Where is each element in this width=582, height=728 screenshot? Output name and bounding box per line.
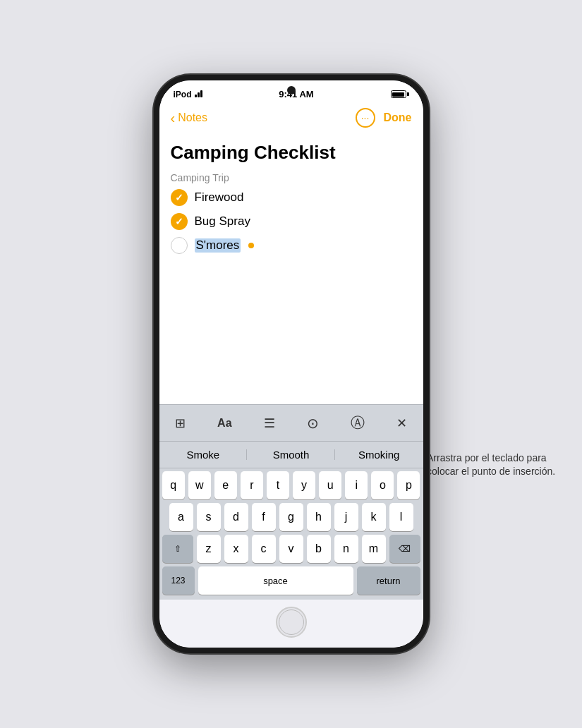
key-n[interactable]: n (334, 535, 358, 563)
close-icon: ✕ (396, 415, 407, 431)
ellipsis-icon: ··· (361, 112, 370, 123)
camera-icon: ⊙ (307, 415, 319, 432)
key-space[interactable]: space (198, 566, 353, 595)
item-text-smores: S'mores (195, 238, 241, 253)
item-text-firewood: Firewood (195, 190, 244, 205)
item-text-bugspray: Bug Spray (195, 214, 250, 229)
table-icon: ⊞ (175, 415, 186, 431)
key-v[interactable]: v (279, 535, 303, 563)
keyboard: q w e r t y u i o p a s d f g (159, 468, 423, 600)
key-d[interactable]: d (224, 503, 248, 531)
list-icon: ☰ (264, 415, 275, 431)
wifi-icon (195, 90, 202, 99)
list-button[interactable]: ☰ (258, 413, 281, 434)
markup-button[interactable]: Ⓐ (345, 411, 370, 435)
nav-bar: ‹ Notes ··· Done (159, 104, 423, 133)
key-x[interactable]: x (224, 535, 248, 563)
status-left: iPod (174, 90, 202, 99)
key-m[interactable]: m (362, 535, 386, 563)
checklist-item-2: ✓ Bug Spray (171, 213, 412, 230)
key-t[interactable]: t (267, 471, 289, 499)
cursor-dot (248, 243, 254, 248)
keyboard-row-3: ⇧ z x c v b n m ⌫ (162, 535, 420, 563)
home-button[interactable] (276, 607, 307, 638)
status-right (391, 90, 409, 98)
autocomplete-smoke[interactable]: Smoke (159, 446, 248, 463)
checklist-item-1: ✓ Firewood (171, 189, 412, 206)
nav-actions: ··· Done (356, 108, 412, 128)
key-r[interactable]: r (241, 471, 263, 499)
keyboard-row-1: q w e r t y u i o p (162, 471, 420, 499)
key-b[interactable]: b (307, 535, 331, 563)
checkbox-firewood[interactable]: ✓ (171, 189, 188, 206)
camera-notch (287, 86, 296, 95)
key-c[interactable]: c (252, 535, 276, 563)
checkmark-icon: ✓ (175, 192, 183, 203)
key-l[interactable]: l (389, 503, 413, 531)
back-button[interactable]: ‹ Notes (171, 111, 207, 125)
key-delete[interactable]: ⌫ (389, 535, 420, 563)
battery-icon (391, 90, 409, 98)
key-k[interactable]: k (362, 503, 386, 531)
format-button[interactable]: Aa (212, 414, 237, 432)
format-text-icon: Aa (217, 417, 231, 430)
key-numbers[interactable]: 123 (162, 566, 195, 595)
key-y[interactable]: y (293, 471, 315, 499)
key-i[interactable]: i (345, 471, 368, 499)
key-j[interactable]: j (334, 503, 358, 531)
autocomplete-smoking[interactable]: Smoking (335, 446, 423, 463)
note-title: Camping Checklist (171, 142, 412, 164)
scene: Arrastra por el teclado para colocar el … (0, 0, 582, 728)
key-q[interactable]: q (162, 471, 185, 499)
annotation-text: Arrastra por el teclado para colocar el … (427, 451, 568, 479)
checkmark-icon: ✓ (175, 216, 183, 227)
checklist-item-3: S'mores (171, 237, 412, 254)
carrier-label: iPod (174, 90, 192, 99)
key-w[interactable]: w (188, 471, 211, 499)
screen: iPod 9:41 AM (159, 80, 423, 648)
key-o[interactable]: o (371, 471, 394, 499)
time-label: 9:41 AM (279, 89, 313, 99)
key-z[interactable]: z (197, 535, 221, 563)
home-button-inner (279, 609, 304, 635)
camera-button[interactable]: ⊙ (301, 412, 325, 435)
key-g[interactable]: g (279, 503, 303, 531)
key-s[interactable]: s (197, 503, 221, 531)
key-e[interactable]: e (214, 471, 237, 499)
key-return[interactable]: return (357, 566, 420, 595)
key-p[interactable]: p (397, 471, 420, 499)
close-toolbar-button[interactable]: ✕ (391, 413, 413, 434)
chevron-left-icon: ‹ (171, 111, 176, 125)
autocomplete-bar: Smoke Smooth Smoking (159, 441, 423, 468)
key-u[interactable]: u (319, 471, 341, 499)
format-toolbar: ⊞ Aa ☰ ⊙ Ⓐ ✕ (159, 404, 423, 441)
key-shift[interactable]: ⇧ (162, 535, 193, 563)
checkbox-smores[interactable] (171, 237, 188, 254)
more-button[interactable]: ··· (356, 108, 375, 128)
keyboard-row-4: 123 space return (162, 566, 420, 595)
done-button[interactable]: Done (384, 111, 412, 124)
key-a[interactable]: a (169, 503, 193, 531)
key-h[interactable]: h (307, 503, 331, 531)
note-content: Camping Checklist Camping Trip ✓ Firewoo… (159, 133, 423, 404)
keyboard-row-2: a s d f g h j k l (162, 503, 420, 531)
markup-icon: Ⓐ (351, 413, 365, 432)
autocomplete-smooth[interactable]: Smooth (247, 446, 335, 463)
section-label: Camping Trip (171, 172, 412, 183)
table-button[interactable]: ⊞ (169, 413, 191, 434)
checkbox-bugspray[interactable]: ✓ (171, 213, 188, 230)
phone-shell: iPod 9:41 AM (154, 75, 429, 653)
back-label: Notes (178, 111, 207, 124)
home-button-area (159, 600, 423, 648)
key-f[interactable]: f (252, 503, 276, 531)
